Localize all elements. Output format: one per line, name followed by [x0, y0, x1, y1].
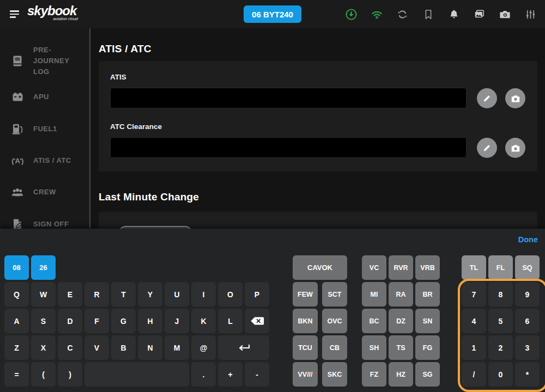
key-08[interactable]: 08	[4, 255, 29, 280]
key-*[interactable]: *	[515, 362, 540, 387]
key-n[interactable]: N	[138, 335, 162, 360]
key-x[interactable]: X	[31, 335, 56, 360]
key-0[interactable]: 0	[488, 362, 513, 387]
key-3[interactable]: 3	[515, 335, 540, 360]
key-sq[interactable]: SQ	[515, 255, 540, 280]
sidebar-item-pre-journey-log[interactable]: PRE-JOURNEY LOG	[0, 46, 89, 76]
key-ts[interactable]: TS	[389, 335, 413, 360]
key-rvr[interactable]: RVR	[389, 255, 413, 280]
sidebar-item-crew[interactable]: CREW	[0, 180, 89, 204]
key-bc[interactable]: BC	[362, 309, 386, 333]
atc-photo-button[interactable]	[505, 138, 525, 158]
camera-icon[interactable]	[499, 8, 511, 21]
key-u[interactable]: U	[165, 282, 189, 307]
key-a[interactable]: A	[4, 309, 29, 333]
key-bkn[interactable]: BKN	[293, 309, 318, 333]
settings-sliders-icon[interactable]	[524, 8, 537, 21]
key-=[interactable]: =	[4, 362, 29, 387]
key-26[interactable]: 26	[31, 255, 56, 280]
key-/[interactable]: /	[462, 362, 486, 387]
flight-number-button[interactable]: 06 BYT240	[244, 5, 301, 23]
key-.[interactable]: .	[191, 362, 216, 387]
key-8[interactable]: 8	[488, 282, 513, 307]
key-+[interactable]: +	[218, 362, 243, 387]
key-sh[interactable]: SH	[362, 335, 386, 360]
key-b[interactable]: B	[111, 335, 136, 360]
key-2[interactable]: 2	[488, 335, 513, 360]
key-e[interactable]: E	[58, 282, 82, 307]
key-g[interactable]: G	[111, 309, 136, 333]
key-t[interactable]: T	[111, 282, 136, 307]
key-z[interactable]: Z	[4, 335, 29, 360]
key-o[interactable]: O	[218, 282, 243, 307]
key-cb[interactable]: CB	[322, 335, 347, 360]
key-sn[interactable]: SN	[415, 309, 440, 333]
key-9[interactable]: 9	[515, 282, 540, 307]
atc-clearance-input[interactable]	[110, 137, 467, 158]
key-5[interactable]: 5	[488, 309, 513, 333]
key-sg[interactable]: SG	[415, 362, 440, 387]
key-w[interactable]: W	[31, 282, 56, 307]
key-vc[interactable]: VC	[362, 255, 386, 280]
key-ra[interactable]: RA	[389, 282, 413, 307]
key-@[interactable]: @	[191, 335, 216, 360]
key-fz[interactable]: FZ	[362, 362, 386, 387]
key-s[interactable]: S	[31, 309, 56, 333]
key-tcu[interactable]: TCU	[293, 335, 318, 360]
key-vv///[interactable]: VV///	[293, 362, 318, 387]
space-key[interactable]	[84, 362, 189, 387]
atis-photo-button[interactable]	[505, 88, 525, 108]
bookmark-icon[interactable]	[422, 8, 434, 21]
key-1[interactable]: 1	[462, 335, 486, 360]
keyboard-done-button[interactable]: Done	[518, 235, 538, 244]
gallery-icon[interactable]	[473, 8, 486, 21]
key-skc[interactable]: SKC	[322, 362, 347, 387]
key-dz[interactable]: DZ	[389, 309, 413, 333]
key-j[interactable]: J	[165, 309, 189, 333]
key-few[interactable]: FEW	[293, 282, 318, 307]
key-v[interactable]: V	[84, 335, 109, 360]
key-r[interactable]: R	[84, 282, 109, 307]
enter-key[interactable]	[218, 335, 269, 360]
atis-input[interactable]	[110, 88, 467, 108]
wifi-icon[interactable]	[371, 8, 383, 21]
key-sct[interactable]: SCT	[322, 282, 347, 307]
key-7[interactable]: 7	[462, 282, 486, 307]
key-m[interactable]: M	[165, 335, 189, 360]
key-4[interactable]: 4	[462, 309, 486, 333]
notifications-bell-icon[interactable]	[447, 8, 460, 21]
key-d[interactable]: D	[58, 309, 82, 333]
atc-clearance-field-label: ATC Clearance	[110, 122, 162, 131]
key--[interactable]: -	[245, 362, 269, 387]
key-)[interactable]: )	[58, 362, 82, 387]
key-vrb[interactable]: VRB	[415, 255, 440, 280]
key-p[interactable]: P	[245, 282, 269, 307]
download-icon[interactable]	[345, 8, 358, 21]
key-q[interactable]: Q	[4, 282, 29, 307]
sidebar-item-fuel1[interactable]: FUEL1	[0, 117, 89, 141]
key-h[interactable]: H	[138, 309, 162, 333]
atis-edit-button[interactable]	[477, 88, 497, 108]
key-f[interactable]: F	[84, 309, 109, 333]
key-ovc[interactable]: OVC	[322, 309, 347, 333]
key-tl[interactable]: TL	[462, 255, 486, 280]
key-c[interactable]: C	[58, 335, 82, 360]
key-hz[interactable]: HZ	[389, 362, 413, 387]
hamburger-menu-icon[interactable]	[10, 10, 20, 18]
key-fg[interactable]: FG	[415, 335, 440, 360]
key-cavok[interactable]: CAVOK	[293, 255, 347, 280]
key-fl[interactable]: FL	[488, 255, 513, 280]
key-mi[interactable]: MI	[362, 282, 386, 307]
key-i[interactable]: I	[191, 282, 216, 307]
key-br[interactable]: BR	[415, 282, 440, 307]
key-l[interactable]: L	[218, 309, 243, 333]
key-k[interactable]: K	[191, 309, 216, 333]
key-6[interactable]: 6	[515, 309, 540, 333]
key-([interactable]: (	[31, 362, 56, 387]
sidebar-item-atis-atc[interactable]: ('A') ATIS / ATC	[0, 149, 89, 173]
atc-edit-button[interactable]	[477, 138, 497, 158]
sync-icon[interactable]	[396, 8, 409, 21]
backspace-key[interactable]	[245, 309, 269, 333]
sidebar-item-apu[interactable]: APU	[0, 85, 89, 109]
key-y[interactable]: Y	[138, 282, 162, 307]
